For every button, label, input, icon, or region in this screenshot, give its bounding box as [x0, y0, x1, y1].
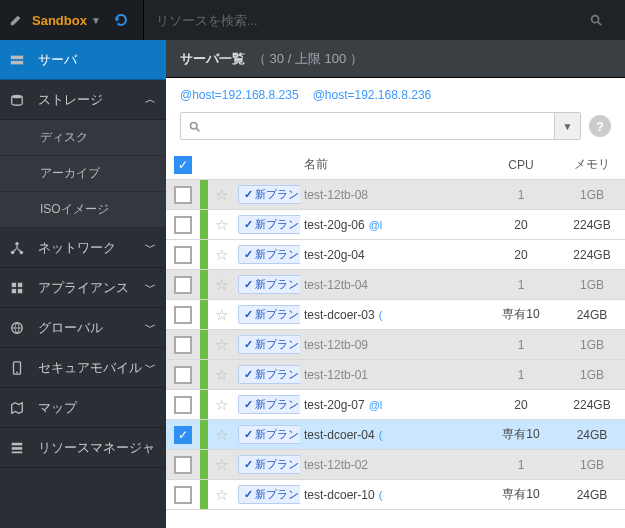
mem-value: 224GB	[559, 398, 625, 412]
appliance-icon	[10, 281, 30, 295]
col-cpu[interactable]: CPU	[483, 158, 559, 172]
svg-rect-17	[12, 451, 23, 453]
row-checkbox[interactable]: ✓	[174, 426, 192, 444]
table-row[interactable]: ☆✓新プランtest-dcoer-03(専有1024GB	[166, 300, 625, 330]
search-dropdown-icon[interactable]: ▼	[554, 113, 580, 139]
chevron-down-icon: ﹀	[145, 360, 156, 375]
server-name[interactable]: test-20g-06@l	[300, 218, 483, 232]
mem-value: 224GB	[559, 248, 625, 262]
status-indicator	[200, 480, 208, 509]
cpu-value: 専有10	[483, 426, 559, 443]
svg-line-19	[196, 128, 199, 131]
filter-tag[interactable]: @host=192.168.8.236	[313, 88, 432, 102]
row-checkbox[interactable]	[174, 486, 192, 504]
check-icon: ✓	[244, 308, 253, 321]
table-row[interactable]: ☆✓新プランtest-12tb-0911GB	[166, 330, 625, 360]
sidebar-item-global[interactable]: グローバル﹀	[0, 308, 166, 348]
filter-tag[interactable]: @host=192.168.8.235	[180, 88, 299, 102]
table-row[interactable]: ✓☆✓新プランtest-dcoer-04(専有1024GB	[166, 420, 625, 450]
status-indicator	[200, 300, 208, 329]
sidebar-item-mobile[interactable]: セキュアモバイル﹀	[0, 348, 166, 388]
plan-badge: ✓新プラン	[238, 365, 300, 384]
row-checkbox[interactable]	[174, 276, 192, 294]
server-name[interactable]: test-dcoer-10(	[300, 488, 483, 502]
sidebar-item-server[interactable]: サーバ	[0, 40, 166, 80]
sidebar-item-appliance[interactable]: アプライアンス﹀	[0, 268, 166, 308]
star-icon[interactable]: ☆	[208, 306, 234, 324]
sidebar-item-resource[interactable]: リソースマネージャ	[0, 428, 166, 468]
svg-point-18	[190, 122, 197, 129]
brand-dropdown-caret-icon[interactable]: ▼	[91, 15, 113, 26]
table-row[interactable]: ☆✓新プランtest-dcoer-10(専有1024GB	[166, 480, 625, 510]
table-search-row: ▼ ?	[166, 106, 625, 150]
search-icon	[181, 120, 207, 133]
sidebar-subitem[interactable]: ディスク	[0, 120, 166, 156]
plan-label: 新プラン	[255, 487, 299, 502]
table-row[interactable]: ☆✓新プランtest-12tb-0211GB	[166, 450, 625, 480]
table-search-input[interactable]	[207, 113, 554, 139]
col-name[interactable]: 名前	[300, 156, 483, 173]
server-name[interactable]: test-12tb-08	[300, 188, 483, 202]
server-name[interactable]: test-12tb-02	[300, 458, 483, 472]
row-checkbox[interactable]	[174, 366, 192, 384]
row-checkbox[interactable]	[174, 246, 192, 264]
star-icon[interactable]: ☆	[208, 396, 234, 414]
table-row[interactable]: ☆✓新プランtest-20g-06@l20224GB	[166, 210, 625, 240]
sidebar-subitem[interactable]: アーカイブ	[0, 156, 166, 192]
star-icon[interactable]: ☆	[208, 246, 234, 264]
plan-badge: ✓新プラン	[238, 335, 300, 354]
server-name[interactable]: test-dcoer-04(	[300, 428, 483, 442]
star-icon[interactable]: ☆	[208, 276, 234, 294]
plan-badge: ✓新プラン	[238, 425, 300, 444]
sidebar-subitem[interactable]: ISOイメージ	[0, 192, 166, 228]
table-row[interactable]: ☆✓新プランtest-20g-07@l20224GB	[166, 390, 625, 420]
mem-value: 1GB	[559, 368, 625, 382]
mem-value: 24GB	[559, 488, 625, 502]
edit-icon[interactable]	[0, 13, 32, 27]
row-checkbox[interactable]	[174, 216, 192, 234]
star-icon[interactable]: ☆	[208, 336, 234, 354]
cpu-value: 専有10	[483, 306, 559, 323]
row-checkbox[interactable]	[174, 306, 192, 324]
server-name[interactable]: test-20g-07@l	[300, 398, 483, 412]
server-name[interactable]: test-20g-04	[300, 248, 483, 262]
sidebar-item-network[interactable]: ネットワーク﹀	[0, 228, 166, 268]
select-all-checkbox[interactable]: ✓	[174, 156, 192, 174]
cpu-value: 20	[483, 398, 559, 412]
table-row[interactable]: ☆✓新プランtest-12tb-0811GB	[166, 180, 625, 210]
svg-rect-15	[12, 442, 23, 445]
plan-badge: ✓新プラン	[238, 455, 300, 474]
server-name[interactable]: test-12tb-09	[300, 338, 483, 352]
table-row[interactable]: ☆✓新プランtest-12tb-0411GB	[166, 270, 625, 300]
refresh-icon[interactable]	[113, 12, 143, 28]
mem-value: 1GB	[559, 278, 625, 292]
sidebar-item-map[interactable]: マップ	[0, 388, 166, 428]
brand-name[interactable]: Sandbox	[32, 13, 91, 28]
status-indicator	[200, 420, 208, 449]
table-row[interactable]: ☆✓新プランtest-20g-0420224GB	[166, 240, 625, 270]
cpu-value: 1	[483, 188, 559, 202]
star-icon[interactable]: ☆	[208, 216, 234, 234]
sidebar-item-storage[interactable]: ストレージ︿	[0, 80, 166, 120]
server-name[interactable]: test-12tb-04	[300, 278, 483, 292]
search-icon[interactable]	[589, 13, 625, 27]
row-checkbox[interactable]	[174, 396, 192, 414]
server-name[interactable]: test-12tb-01	[300, 368, 483, 382]
row-checkbox[interactable]	[174, 456, 192, 474]
map-icon	[10, 401, 30, 415]
server-name[interactable]: test-dcoer-03(	[300, 308, 483, 322]
star-icon[interactable]: ☆	[208, 186, 234, 204]
col-mem[interactable]: メモリ	[559, 156, 625, 173]
table-row[interactable]: ☆✓新プランtest-12tb-0111GB	[166, 360, 625, 390]
star-icon[interactable]: ☆	[208, 366, 234, 384]
star-icon[interactable]: ☆	[208, 456, 234, 474]
row-checkbox[interactable]	[174, 336, 192, 354]
star-icon[interactable]: ☆	[208, 426, 234, 444]
global-search-input[interactable]	[144, 0, 589, 40]
help-icon[interactable]: ?	[589, 115, 611, 137]
svg-point-0	[592, 16, 599, 23]
plan-label: 新プラン	[255, 277, 299, 292]
row-checkbox[interactable]	[174, 186, 192, 204]
svg-point-4	[12, 94, 23, 98]
star-icon[interactable]: ☆	[208, 486, 234, 504]
